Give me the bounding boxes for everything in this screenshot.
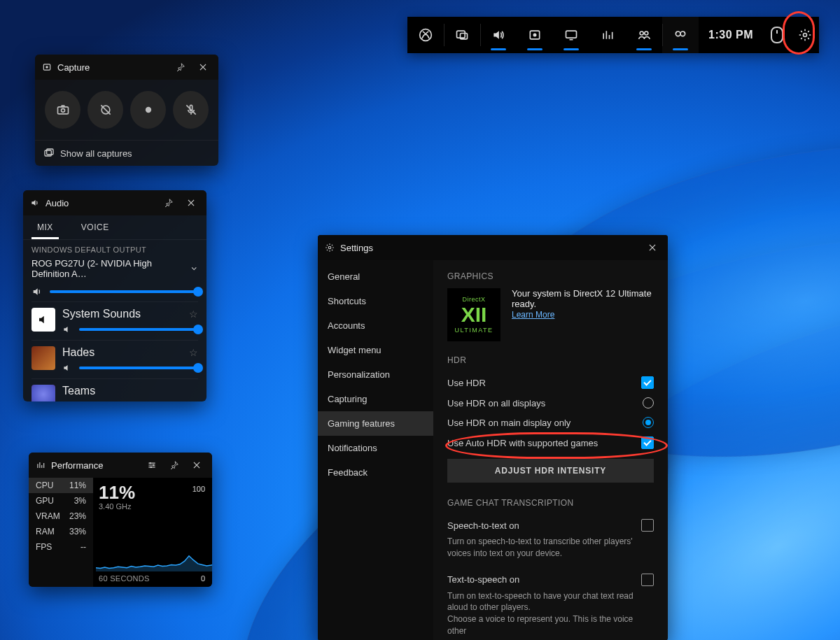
metric-row-vram[interactable]: VRAM23% (29, 509, 93, 524)
svg-rect-19 (47, 149, 53, 155)
nav-capturing[interactable]: Capturing (318, 387, 433, 411)
checkbox-stt[interactable] (641, 519, 654, 532)
hdr-all-displays[interactable]: Use HDR on all displays (447, 393, 654, 413)
audio-header[interactable]: Audio (23, 190, 206, 215)
radio-all-displays[interactable] (643, 397, 654, 408)
audio-icon[interactable] (480, 17, 517, 53)
cpu-big-value: 11% (99, 482, 205, 504)
looking-for-group-icon[interactable] (662, 17, 699, 53)
close-icon[interactable] (195, 59, 211, 76)
settings-header[interactable]: Settings (318, 235, 668, 260)
output-device-name: ROG PG27U (2- NVIDIA High Definition A… (31, 258, 190, 279)
stt-desc: Turn on speech-to-text to transcribe oth… (447, 536, 654, 560)
metric-row-gpu[interactable]: GPU3% (29, 493, 93, 509)
capture-widget: Capture Show all captures (35, 55, 218, 166)
hdr-use-hdr[interactable]: Use HDR (447, 372, 654, 393)
adjust-hdr-intensity-button[interactable]: ADJUST HDR INTENSITY (447, 459, 654, 483)
pin-icon[interactable] (172, 59, 189, 76)
directx-badge: DirectX XII ULTIMATE (447, 288, 500, 341)
widgets-icon[interactable] (444, 17, 480, 53)
desktop: 1:30 PM Capture (0, 0, 840, 640)
tab-voice[interactable]: VOICE (67, 215, 123, 239)
start-recording-button[interactable] (130, 91, 166, 129)
performance-icon[interactable] (589, 17, 626, 53)
record-last-button[interactable] (88, 91, 123, 129)
svg-point-4 (533, 34, 537, 37)
app-icon-hades (31, 346, 55, 370)
metric-row-ram[interactable]: RAM33% (29, 524, 93, 539)
svg-point-21 (153, 464, 154, 466)
checkbox-auto-hdr[interactable] (641, 436, 654, 449)
mouse-passthrough-icon[interactable] (763, 17, 791, 53)
show-all-captures-button[interactable]: Show all captures (35, 140, 218, 166)
metric-row-cpu[interactable]: CPU11% (29, 478, 93, 493)
performance-widget: Performance CPU11% GPU3% VRAM23% RAM33% … (29, 453, 212, 587)
radio-main-display[interactable] (643, 417, 654, 428)
learn-more-link[interactable]: Learn More (512, 310, 554, 320)
close-icon[interactable] (644, 239, 661, 256)
app-name: Teams (62, 385, 95, 397)
output-device-dropdown[interactable]: ROG PG27U (2- NVIDIA High Definition A… (31, 258, 198, 279)
xbox-social-icon[interactable] (626, 17, 662, 53)
hdr-auto-hdr[interactable]: Use Auto HDR with supported games (447, 432, 654, 453)
xbox-icon[interactable] (407, 17, 444, 53)
screenshot-button[interactable] (45, 91, 80, 129)
cpu-subtitle: 3.40 GHz (99, 502, 205, 511)
display-icon[interactable] (553, 17, 589, 53)
cpu-chart: 11% 3.40 GHz 100 0 60 SECONDS (93, 478, 212, 587)
tts-desc2: Choose a voice to represent you. This is… (447, 613, 654, 637)
nav-general[interactable]: General (318, 264, 433, 289)
options-icon[interactable] (144, 457, 160, 474)
chevron-down-icon (190, 264, 198, 273)
nav-personalization[interactable]: Personalization (318, 362, 433, 387)
tab-mix[interactable]: MIX (23, 215, 67, 239)
checkbox-tts[interactable] (641, 574, 654, 586)
audio-tabs: MIX VOICE (23, 215, 206, 240)
favorite-icon[interactable]: ☆ (189, 308, 198, 320)
mic-toggle-button[interactable] (173, 91, 209, 129)
app-name: System Sounds (62, 308, 141, 320)
nav-notifications[interactable]: Notifications (318, 436, 433, 460)
volume-icon (62, 325, 72, 334)
nav-accounts[interactable]: Accounts (318, 313, 433, 338)
nav-gaming-features[interactable]: Gaming features (318, 411, 433, 436)
close-icon[interactable] (183, 194, 200, 211)
svg-point-12 (46, 66, 48, 69)
app-volume-slider[interactable] (62, 325, 198, 334)
close-icon[interactable] (188, 457, 205, 474)
svg-point-10 (803, 34, 806, 37)
capture-header[interactable]: Capture (35, 55, 218, 80)
tts-desc: Turn on text-to-speech to have your chat… (447, 590, 654, 614)
capture-icon[interactable] (517, 17, 553, 53)
nav-shortcuts[interactable]: Shortcuts (318, 289, 433, 313)
svg-point-22 (150, 467, 152, 468)
show-all-captures-label: Show all captures (60, 148, 132, 159)
stt-option[interactable]: Speech-to-text on (447, 515, 654, 536)
settings-nav: General Shortcuts Accounts Widget menu P… (318, 260, 433, 640)
chat-header: GAME CHAT TRANSCRIPTION (447, 498, 654, 508)
settings-gear-icon[interactable] (791, 17, 819, 53)
audio-widget: Audio MIX VOICE WINDOWS DEFAULT OUTPUT R… (23, 190, 206, 401)
metric-list: CPU11% GPU3% VRAM23% RAM33% FPS-- (29, 478, 93, 587)
mouse-icon (771, 27, 783, 43)
svg-rect-5 (566, 31, 577, 38)
tts-option[interactable]: Text-to-speech on (447, 569, 654, 590)
clock: 1:30 PM (699, 17, 763, 53)
performance-header[interactable]: Performance (29, 453, 212, 478)
volume-icon (31, 286, 43, 297)
svg-point-20 (150, 462, 151, 464)
pin-icon[interactable] (166, 457, 183, 474)
checkbox-use-hdr[interactable] (641, 376, 654, 389)
app-name: Hades (62, 346, 94, 359)
svg-point-7 (645, 31, 648, 35)
chart-ymax: 100 (192, 485, 205, 493)
pin-icon[interactable] (160, 194, 177, 211)
nav-feedback[interactable]: Feedback (318, 460, 433, 485)
nav-widget-menu[interactable]: Widget menu (318, 338, 433, 362)
favorite-icon[interactable]: ☆ (189, 347, 198, 358)
hdr-main-only[interactable]: Use HDR on main display only (447, 413, 654, 432)
app-volume-slider[interactable] (62, 363, 198, 373)
master-volume-slider[interactable] (31, 285, 198, 299)
metric-row-fps[interactable]: FPS-- (29, 539, 93, 555)
capture-title-icon (42, 62, 52, 72)
